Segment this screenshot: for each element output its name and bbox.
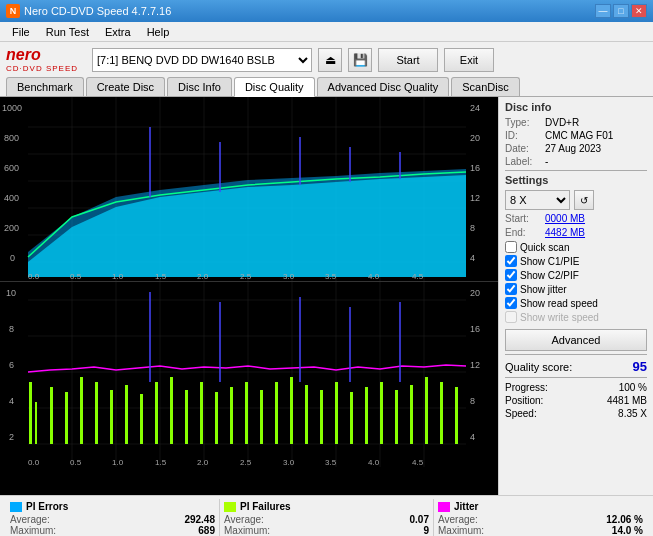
pi-failures-max-value: 9 [423, 525, 429, 536]
charts-area: 1000 800 600 400 200 0 24 20 16 12 8 4 0… [0, 97, 498, 495]
svg-text:4.0: 4.0 [368, 272, 380, 281]
pi-errors-title: PI Errors [26, 501, 68, 512]
jitter-title: Jitter [454, 501, 478, 512]
show-jitter-label: Show jitter [520, 284, 567, 295]
refresh-button[interactable]: ↺ [574, 190, 594, 210]
tabs-container: Benchmark Create Disc Disc Info Disc Qua… [0, 77, 653, 97]
svg-text:1.0: 1.0 [112, 458, 124, 467]
tab-benchmark[interactable]: Benchmark [6, 77, 84, 96]
minimize-button[interactable]: — [595, 4, 611, 18]
nero-logo: nero [6, 46, 41, 64]
show-read-speed-checkbox[interactable] [505, 297, 517, 309]
show-jitter-checkbox[interactable] [505, 283, 517, 295]
pi-failures-title: PI Failures [240, 501, 291, 512]
speed-row: 8 X 4 X 6 X 12 X 16 X ↺ [505, 190, 647, 210]
pi-errors-color [10, 502, 22, 512]
svg-rect-89 [455, 387, 458, 444]
quick-scan-checkbox[interactable] [505, 241, 517, 253]
divider-3 [505, 377, 647, 378]
show-c1-checkbox[interactable] [505, 255, 517, 267]
svg-text:10: 10 [6, 288, 16, 298]
tab-advanced-disc-quality[interactable]: Advanced Disc Quality [317, 77, 450, 96]
svg-rect-80 [320, 390, 323, 444]
show-jitter-row: Show jitter [505, 283, 647, 295]
advanced-button[interactable]: Advanced [505, 329, 647, 351]
svg-rect-86 [410, 385, 413, 444]
jitter-max-value: 14.0 % [612, 525, 643, 536]
end-value[interactable]: 4482 MB [545, 227, 585, 238]
eject-button[interactable]: ⏏ [318, 48, 342, 72]
svg-text:12: 12 [470, 193, 480, 203]
end-label: End: [505, 227, 545, 238]
end-row: End: 4482 MB [505, 227, 647, 238]
jitter-avg-label: Average: [438, 514, 478, 525]
svg-text:1000: 1000 [2, 103, 22, 113]
tab-create-disc[interactable]: Create Disc [86, 77, 165, 96]
menu-run-test[interactable]: Run Test [38, 24, 97, 40]
svg-rect-61 [35, 402, 37, 444]
quality-row: Quality score: 95 [505, 359, 647, 374]
svg-rect-79 [305, 385, 308, 444]
lower-chart-svg: 10 8 6 4 2 20 16 12 8 4 0.0 0.5 1.0 1.5 … [0, 282, 498, 467]
svg-text:2.5: 2.5 [240, 458, 252, 467]
svg-text:4.5: 4.5 [412, 272, 424, 281]
exit-button[interactable]: Exit [444, 48, 494, 72]
maximize-button[interactable]: □ [613, 4, 629, 18]
position-row: Position: 4481 MB [505, 395, 647, 406]
svg-rect-66 [110, 390, 113, 444]
nero-logo-area: nero CD·DVD SPEED [6, 46, 78, 73]
settings-title: Settings [505, 174, 647, 186]
show-c1-row: Show C1/PIE [505, 255, 647, 267]
divider-2 [505, 354, 647, 355]
svg-text:0.0: 0.0 [28, 272, 40, 281]
svg-text:600: 600 [4, 163, 19, 173]
svg-rect-75 [245, 382, 248, 444]
tab-disc-info[interactable]: Disc Info [167, 77, 232, 96]
svg-rect-70 [170, 377, 173, 444]
svg-rect-68 [140, 394, 143, 444]
svg-text:4: 4 [9, 396, 14, 406]
svg-text:8: 8 [470, 396, 475, 406]
position-value: 4481 MB [607, 395, 647, 406]
svg-rect-83 [365, 387, 368, 444]
tab-scan-disc[interactable]: ScanDisc [451, 77, 519, 96]
menu-help[interactable]: Help [139, 24, 178, 40]
svg-text:2.0: 2.0 [197, 272, 209, 281]
svg-text:0.0: 0.0 [28, 458, 40, 467]
show-write-speed-label: Show write speed [520, 312, 599, 323]
svg-text:4.5: 4.5 [412, 458, 424, 467]
pi-failures-color [224, 502, 236, 512]
info-type-row: Type: DVD+R [505, 117, 647, 128]
disc-info-title: Disc info [505, 101, 647, 113]
start-value[interactable]: 0000 MB [545, 213, 585, 224]
svg-rect-74 [230, 387, 233, 444]
svg-rect-87 [425, 377, 428, 444]
drive-selector[interactable]: [7:1] BENQ DVD DD DW1640 BSLB [92, 48, 312, 72]
progress-section: Progress: 100 % Position: 4481 MB Speed:… [505, 382, 647, 419]
speed-value: 8.35 X [618, 408, 647, 419]
pi-errors-max-label: Maximum: [10, 525, 56, 536]
save-button[interactable]: 💾 [348, 48, 372, 72]
svg-text:3.0: 3.0 [283, 272, 295, 281]
type-label: Type: [505, 117, 545, 128]
start-button[interactable]: Start [378, 48, 438, 72]
pi-errors-max-row: Maximum: 689 [10, 525, 215, 536]
title-bar: N Nero CD-DVD Speed 4.7.7.16 — □ ✕ [0, 0, 653, 22]
svg-rect-69 [155, 382, 158, 444]
speed-selector[interactable]: 8 X 4 X 6 X 12 X 16 X [505, 190, 570, 210]
close-button[interactable]: ✕ [631, 4, 647, 18]
tab-disc-quality[interactable]: Disc Quality [234, 77, 315, 97]
info-id-row: ID: CMC MAG F01 [505, 130, 647, 141]
show-c2-checkbox[interactable] [505, 269, 517, 281]
menu-extra[interactable]: Extra [97, 24, 139, 40]
svg-text:1.5: 1.5 [155, 272, 167, 281]
show-c2-row: Show C2/PIF [505, 269, 647, 281]
divider-1 [505, 170, 647, 171]
jitter-header: Jitter [438, 501, 643, 512]
svg-text:4: 4 [470, 432, 475, 442]
svg-rect-85 [395, 390, 398, 444]
svg-text:16: 16 [470, 324, 480, 334]
menu-file[interactable]: File [4, 24, 38, 40]
pi-errors-avg-label: Average: [10, 514, 50, 525]
id-label: ID: [505, 130, 545, 141]
